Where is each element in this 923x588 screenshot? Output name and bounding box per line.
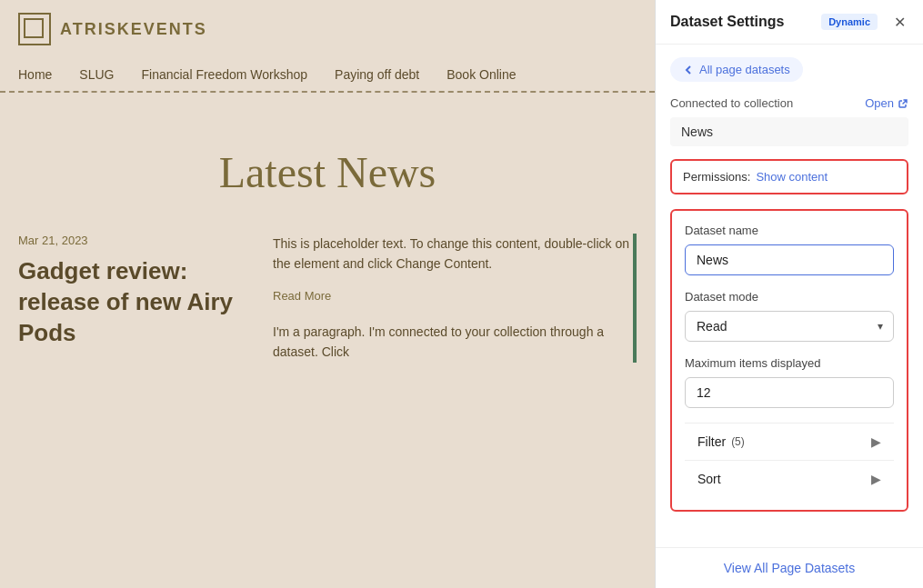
filter-row-left: Filter (5) xyxy=(697,434,745,449)
permissions-bar: Permissions: Show content xyxy=(670,159,908,194)
settings-header: Dataset Settings Dynamic ✕ xyxy=(656,0,923,45)
article: Mar 21, 2023 Gadget review: release of n… xyxy=(18,234,637,363)
settings-panel: Dataset Settings Dynamic ✕ All page data… xyxy=(655,0,923,588)
filter-count: (5) xyxy=(731,435,745,448)
article-left: Mar 21, 2023 Gadget review: release of n… xyxy=(18,234,255,363)
dataset-mode-field: Dataset mode Read Write Read & Write ▾ xyxy=(685,290,894,342)
article-right: This is placeholder text. To change this… xyxy=(273,234,637,363)
nav-paying[interactable]: Paying off debt xyxy=(335,67,419,82)
dataset-name-field: Dataset name xyxy=(685,224,894,290)
article-title: Gadget review: release of new Airy Pods xyxy=(18,256,255,348)
filter-row[interactable]: Filter (5) ▶ xyxy=(685,424,894,460)
site-main: Latest News Mar 21, 2023 Gadget review: … xyxy=(0,102,655,381)
max-items-input[interactable] xyxy=(685,377,894,408)
dataset-name-input[interactable] xyxy=(685,244,894,275)
article-date: Mar 21, 2023 xyxy=(18,234,255,247)
open-label: Open xyxy=(865,96,894,110)
show-content-link[interactable]: Show content xyxy=(756,170,828,184)
close-button[interactable]: ✕ xyxy=(890,13,908,31)
section-title: Latest News xyxy=(18,147,637,197)
read-more-link[interactable]: Read More xyxy=(273,289,331,303)
sort-chevron-icon: ▶ xyxy=(871,472,881,486)
sort-label: Sort xyxy=(697,472,721,486)
site-header: ATRISKEVENTS xyxy=(0,0,655,58)
connected-label: Connected to collection xyxy=(670,96,793,110)
filter-sort-section: Filter (5) ▶ Sort ▶ xyxy=(685,423,894,497)
logo-icon xyxy=(18,13,51,45)
nav-slug[interactable]: SLUG xyxy=(79,67,114,82)
header-right: Dynamic ✕ xyxy=(821,13,908,31)
back-button[interactable]: All page datasets xyxy=(670,57,803,82)
view-all-link[interactable]: View All Page Datasets xyxy=(670,561,908,575)
settings-body: All page datasets Connected to collectio… xyxy=(656,45,923,547)
chevron-left-icon xyxy=(683,65,694,75)
dataset-mode-select[interactable]: Read Write Read & Write xyxy=(685,311,894,342)
settings-title: Dataset Settings xyxy=(670,14,784,30)
sort-row[interactable]: Sort ▶ xyxy=(685,460,894,497)
filter-label: Filter xyxy=(697,434,726,449)
article-para2: I'm a paragraph. I'm connected to your c… xyxy=(273,322,637,363)
connected-to: Connected to collection Open xyxy=(670,96,908,110)
max-items-field: Maximum items displayed xyxy=(685,356,894,423)
max-items-label: Maximum items displayed xyxy=(685,356,894,370)
site-preview: ATRISKEVENTS Home SLUG Financial Freedom… xyxy=(0,0,655,588)
dataset-mode-label: Dataset mode xyxy=(685,290,894,304)
back-label: All page datasets xyxy=(699,63,790,76)
filter-chevron-icon: ▶ xyxy=(871,434,881,449)
site-logo: ATRISKEVENTS xyxy=(18,13,207,45)
nav-financial[interactable]: Financial Freedom Workshop xyxy=(141,67,307,82)
dynamic-badge: Dynamic xyxy=(821,14,878,30)
site-nav: Home SLUG Financial Freedom Workshop Pay… xyxy=(0,58,655,91)
site-logo-text: ATRISKEVENTS xyxy=(60,20,207,39)
nav-book[interactable]: Book Online xyxy=(446,67,516,82)
collection-value: News xyxy=(670,117,908,146)
article-body: This is placeholder text. To change this… xyxy=(273,234,637,274)
external-link-icon xyxy=(898,98,908,109)
permissions-label: Permissions: xyxy=(683,170,750,184)
open-link[interactable]: Open xyxy=(865,96,908,110)
nav-divider xyxy=(0,91,655,93)
settings-footer: View All Page Datasets xyxy=(656,547,923,588)
article-divider xyxy=(633,234,637,363)
dataset-mode-wrapper: Read Write Read & Write ▾ xyxy=(685,311,894,342)
dataset-section: Dataset name Dataset mode Read Write Rea… xyxy=(670,209,908,512)
dataset-name-label: Dataset name xyxy=(685,224,894,237)
nav-home[interactable]: Home xyxy=(18,67,52,82)
